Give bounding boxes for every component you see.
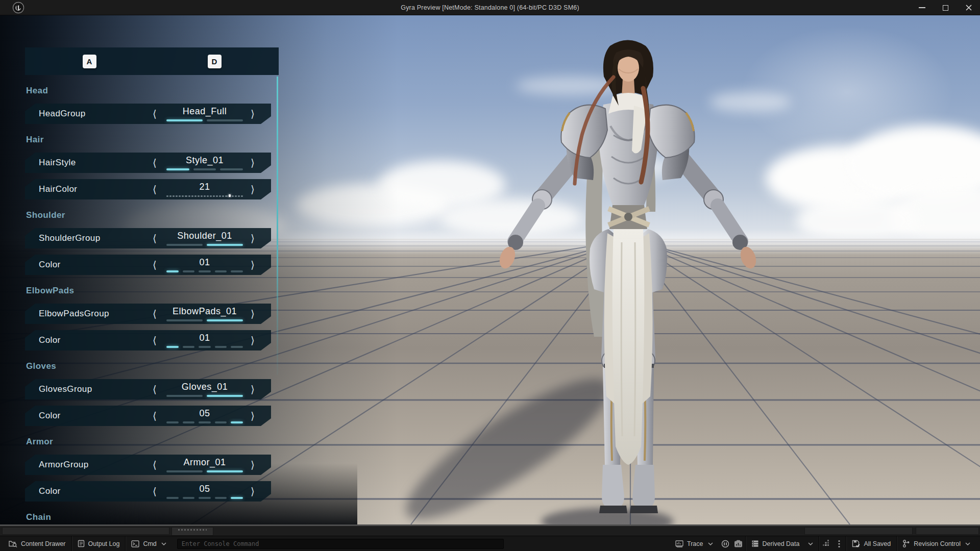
editor-strip-panel xyxy=(916,527,979,535)
option-segments xyxy=(166,244,243,246)
prev-option-button[interactable]: ⟨ xyxy=(153,330,157,350)
derived-data-label: Derived Data xyxy=(763,540,800,547)
chevron-down-icon xyxy=(161,542,166,545)
save-icon xyxy=(852,540,860,547)
option-row-color: Color⟨01⟩ xyxy=(25,330,271,350)
option-segment xyxy=(183,270,195,272)
prev-option-button[interactable]: ⟨ xyxy=(153,228,157,248)
option-segment xyxy=(215,270,227,272)
next-option-button[interactable]: ⟩ xyxy=(251,104,255,124)
option-row-shouldergroup: ShoulderGroup⟨Shoulder_01⟩ xyxy=(25,228,271,248)
window-title: Gyra Preview [NetMode: Standalone 0] (64… xyxy=(0,0,980,15)
panel-scrollbar[interactable] xyxy=(277,77,278,375)
prev-option-button[interactable]: ⟨ xyxy=(153,406,157,426)
next-option-button[interactable]: ⟩ xyxy=(251,406,255,426)
prev-option-button[interactable]: ⟨ xyxy=(153,179,157,199)
option-value: 21 xyxy=(166,182,243,192)
option-segment xyxy=(182,195,184,197)
maximize-icon xyxy=(943,5,948,11)
close-button[interactable] xyxy=(961,1,977,14)
rotate-left-key-a[interactable]: A xyxy=(83,55,96,68)
next-option-button[interactable]: ⟩ xyxy=(251,304,255,324)
derived-data-icon xyxy=(751,540,759,547)
section-title-shoulder: Shoulder xyxy=(26,210,279,220)
option-segment xyxy=(231,346,243,348)
trace-dropdown-button[interactable]: Trace xyxy=(670,536,719,551)
option-label: GlovesGroup xyxy=(39,384,92,394)
title-bar: Gyra Preview [NetMode: Standalone 0] (64… xyxy=(0,0,980,15)
next-option-button[interactable]: ⟩ xyxy=(251,455,255,475)
next-option-button[interactable]: ⟩ xyxy=(251,330,255,350)
next-option-button[interactable]: ⟩ xyxy=(251,481,255,502)
revision-control-label: Revision Control xyxy=(914,540,961,547)
option-segment xyxy=(216,195,218,197)
option-segment xyxy=(193,168,216,170)
option-row-headgroup: HeadGroup⟨Head_Full⟩ xyxy=(25,104,271,124)
derived-data-dropdown-button[interactable]: Derived Data xyxy=(746,536,819,551)
option-segment xyxy=(222,195,224,197)
option-segment xyxy=(210,195,212,197)
option-label: ArmorGroup xyxy=(39,460,89,470)
prev-option-button[interactable]: ⟨ xyxy=(153,455,157,475)
option-segment xyxy=(229,194,231,197)
editor-strip-panel xyxy=(804,527,913,535)
option-segment xyxy=(166,244,203,246)
tab-label-dots xyxy=(178,529,207,531)
option-segment xyxy=(231,421,243,423)
prev-option-button[interactable]: ⟨ xyxy=(153,104,157,124)
rotate-right-key-d[interactable]: D xyxy=(208,55,222,68)
option-row-color: Color⟨05⟩ xyxy=(25,481,271,502)
option-label: HairStyle xyxy=(39,158,76,168)
prev-option-button[interactable]: ⟨ xyxy=(153,379,157,399)
prev-option-button[interactable]: ⟨ xyxy=(153,153,157,173)
cmd-dropdown-button[interactable]: Cmd xyxy=(126,536,172,551)
minimize-button[interactable] xyxy=(914,1,930,14)
option-segment xyxy=(191,195,193,197)
option-value: 01 xyxy=(166,333,243,343)
option-segment xyxy=(179,195,181,197)
option-segment xyxy=(183,346,195,348)
next-option-button[interactable]: ⟩ xyxy=(251,379,255,399)
option-segment xyxy=(235,195,237,197)
option-segment xyxy=(166,346,179,348)
option-segment xyxy=(166,119,203,121)
console-command-input[interactable] xyxy=(177,539,504,549)
content-drawer-button[interactable]: Content Drawer xyxy=(3,536,71,551)
prev-option-button[interactable]: ⟨ xyxy=(153,255,157,275)
close-icon xyxy=(965,4,972,11)
next-option-button[interactable]: ⟩ xyxy=(251,153,255,173)
content-drawer-label: Content Drawer xyxy=(21,540,66,547)
option-segment xyxy=(166,470,203,472)
next-option-button[interactable]: ⟩ xyxy=(251,255,255,275)
option-segment xyxy=(166,270,179,272)
option-segment xyxy=(241,195,243,197)
option-row-haircolor: HairColor⟨21⟩ xyxy=(25,179,271,199)
option-segments xyxy=(166,497,243,499)
maximize-button[interactable] xyxy=(937,1,953,14)
output-log-button[interactable]: Output Log xyxy=(72,536,126,551)
cmd-label: Cmd xyxy=(143,540,156,547)
more-options-button[interactable] xyxy=(832,536,846,551)
editor-performance-button[interactable] xyxy=(819,536,832,551)
prev-option-button[interactable]: ⟨ xyxy=(153,481,157,502)
trace-snapshot-button[interactable] xyxy=(732,536,745,551)
revision-control-dropdown-button[interactable]: Revision Control xyxy=(897,536,976,551)
option-label: HairColor xyxy=(39,184,77,194)
option-segment xyxy=(166,168,189,170)
grid-dots-icon xyxy=(822,540,830,547)
editor-strip-panel xyxy=(2,527,169,535)
trace-label: Trace xyxy=(687,540,703,547)
game-viewport[interactable]: A D HeadHeadGroup⟨Head_Full⟩HairHairStyl… xyxy=(0,15,980,524)
option-segments xyxy=(166,421,243,423)
next-option-button[interactable]: ⟩ xyxy=(251,228,255,248)
next-option-button[interactable]: ⟩ xyxy=(251,179,255,199)
option-segment xyxy=(185,195,187,197)
all-saved-button[interactable]: All Saved xyxy=(846,536,896,551)
trace-pause-button[interactable] xyxy=(719,536,732,551)
option-segment xyxy=(225,195,227,197)
option-label: Color xyxy=(39,260,61,270)
option-segment xyxy=(166,497,179,499)
editor-strip-tab[interactable] xyxy=(172,527,213,536)
prev-option-button[interactable]: ⟨ xyxy=(153,304,157,324)
option-segment xyxy=(169,195,172,197)
